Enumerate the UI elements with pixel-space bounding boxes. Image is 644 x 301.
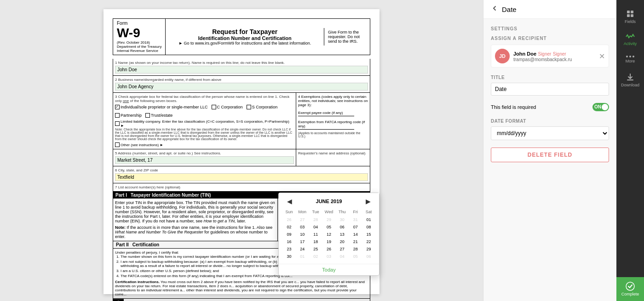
checkbox-individual[interactable]: Individual/sole proprietor or single-mem… bbox=[115, 105, 208, 109]
date-format-select[interactable]: mm/dd/yyyy dd/mm/yyyy yyyy/mm/dd bbox=[491, 126, 609, 140]
cal-day[interactable]: 01 bbox=[296, 253, 309, 260]
line1-value[interactable]: John Doe bbox=[115, 66, 368, 74]
sidebar-item-download[interactable]: Download bbox=[616, 68, 644, 92]
part1-title: Taxpayer Identification Number (TIN) bbox=[131, 193, 211, 198]
cal-day[interactable]: 18 bbox=[309, 238, 322, 245]
cal-day[interactable]: 27 bbox=[296, 216, 309, 223]
svg-rect-1 bbox=[631, 11, 633, 13]
trust-checkbox[interactable] bbox=[145, 113, 150, 118]
cal-day[interactable]: 01 bbox=[362, 216, 375, 223]
cal-day[interactable]: 26 bbox=[322, 245, 336, 253]
calendar-next-button[interactable]: ▶ bbox=[363, 197, 374, 206]
cal-day[interactable]: 17 bbox=[296, 238, 309, 245]
checkbox-other[interactable]: Other (see instructions) ► bbox=[115, 142, 294, 147]
delete-field-button[interactable]: DELETE FIELD bbox=[491, 148, 609, 162]
cal-day[interactable]: 20 bbox=[335, 238, 349, 245]
ccorp-checkbox[interactable] bbox=[212, 105, 216, 109]
cal-day[interactable]: 25 bbox=[309, 245, 322, 253]
cal-day[interactable]: 09 bbox=[282, 231, 296, 238]
sidebar-item-fields[interactable]: Fields bbox=[616, 5, 644, 28]
account-label: 7 List account number(s) here (optional) bbox=[115, 185, 368, 189]
cal-day[interactable]: 24 bbox=[296, 245, 309, 253]
cal-day[interactable]: 05 bbox=[322, 223, 336, 231]
exemption-fatca-label: Exemption from FATCA reporting code (if … bbox=[298, 120, 368, 128]
recipient-role: Signer bbox=[538, 51, 551, 57]
panel-header: Date bbox=[483, 0, 616, 19]
back-button[interactable] bbox=[491, 5, 498, 14]
cal-day[interactable]: 04 bbox=[335, 253, 349, 260]
required-text: This field is required bbox=[491, 104, 592, 110]
sidebar-item-activity[interactable]: Activity bbox=[616, 28, 644, 51]
checkbox-trust[interactable]: Trust/estate bbox=[145, 113, 172, 118]
svg-point-6 bbox=[632, 56, 634, 57]
line2-label: 2 Business name/disregarded entity name,… bbox=[115, 78, 368, 82]
cal-day[interactable]: 27 bbox=[335, 245, 349, 253]
llc-label: Limited liability company. Enter the tax… bbox=[121, 119, 294, 128]
cal-day[interactable]: 06 bbox=[335, 223, 349, 231]
cal-day[interactable]: 06 bbox=[362, 253, 375, 260]
cal-day[interactable]: 14 bbox=[349, 231, 362, 238]
complete-button[interactable]: Complete bbox=[616, 277, 644, 301]
calendar-today-link[interactable]: Today bbox=[322, 267, 335, 273]
svg-point-7 bbox=[626, 282, 634, 290]
checkbox-scorp[interactable]: S Corporation bbox=[247, 105, 278, 109]
cal-day[interactable]: 02 bbox=[282, 223, 296, 231]
cal-day[interactable]: 08 bbox=[362, 223, 375, 231]
sign-here-label: Sign Here bbox=[113, 299, 124, 301]
scorp-checkbox[interactable] bbox=[247, 105, 251, 109]
cal-day[interactable]: 30 bbox=[282, 253, 296, 260]
cal-day[interactable]: 19 bbox=[322, 238, 336, 245]
cal-day[interactable]: 11 bbox=[309, 231, 322, 238]
checkbox-partnership[interactable]: Partnership bbox=[115, 113, 142, 118]
cal-day[interactable]: 28 bbox=[309, 216, 322, 223]
form-line2: 2 Business name/disregarded entity name,… bbox=[113, 76, 370, 93]
sign-section: Sign Here U.S. person JD John Doe JD Dat… bbox=[113, 299, 370, 301]
form-line5: 5 Address (number, street, and apt. or s… bbox=[113, 149, 370, 166]
title-input[interactable] bbox=[491, 83, 609, 96]
cal-day[interactable]: 13 bbox=[335, 231, 349, 238]
city-value[interactable]: Textfield bbox=[115, 173, 368, 181]
calendar-today-row: Today bbox=[279, 264, 379, 275]
calendar-prev-button[interactable]: ◀ bbox=[284, 197, 295, 206]
day-sun: Sun bbox=[282, 210, 296, 214]
cal-day[interactable]: 10 bbox=[296, 231, 309, 238]
llc-checkbox[interactable] bbox=[115, 121, 120, 126]
cal-day[interactable]: 05 bbox=[349, 253, 362, 260]
cal-day[interactable]: 30 bbox=[335, 216, 349, 223]
sidebar-item-more[interactable]: More bbox=[616, 51, 644, 68]
form-irs: Internal Revenue Service bbox=[117, 49, 161, 53]
cal-day[interactable]: 26 bbox=[282, 216, 296, 223]
cal-day[interactable]: 16 bbox=[282, 238, 296, 245]
right-panel: Date SETTINGS ASSIGN A RECIPIENT JD John… bbox=[483, 0, 616, 301]
partnership-checkbox[interactable] bbox=[115, 113, 120, 118]
cal-day[interactable]: 03 bbox=[322, 253, 336, 260]
cal-day[interactable]: 29 bbox=[322, 216, 336, 223]
address-value[interactable]: Market Street, 17 bbox=[115, 156, 294, 164]
classification-right: 4 Exemptions (codes apply only to certai… bbox=[296, 93, 370, 149]
individual-checkbox[interactable] bbox=[115, 105, 120, 109]
line2-value[interactable]: John Doe Agency bbox=[115, 83, 368, 91]
other-checkbox[interactable] bbox=[115, 142, 120, 147]
document-area: Form W-9 (Rev. October 2018) Department … bbox=[0, 0, 483, 301]
individual-label: Individual/sole proprietor or single-mem… bbox=[121, 105, 208, 109]
cal-day[interactable]: 04 bbox=[309, 223, 322, 231]
checkbox-llc[interactable]: Limited liability company. Enter the tax… bbox=[115, 119, 294, 128]
form-dept: Department of the Treasury bbox=[117, 45, 161, 49]
cal-day[interactable]: 02 bbox=[309, 253, 322, 260]
cal-day[interactable]: 03 bbox=[296, 223, 309, 231]
day-tue: Tue bbox=[309, 210, 322, 214]
day-fri: Fri bbox=[349, 210, 362, 214]
cal-day[interactable]: 07 bbox=[349, 223, 362, 231]
cal-day[interactable]: 28 bbox=[349, 245, 362, 253]
cal-day[interactable]: 31 bbox=[349, 216, 362, 223]
cal-day[interactable]: 21 bbox=[349, 238, 362, 245]
cal-day[interactable]: 22 bbox=[362, 238, 375, 245]
cal-day[interactable]: 15 bbox=[362, 231, 375, 238]
required-toggle[interactable]: ON bbox=[592, 103, 609, 111]
cal-day[interactable]: 29 bbox=[362, 245, 375, 253]
remove-recipient-button[interactable]: ✕ bbox=[599, 52, 605, 61]
checkbox-ccorp[interactable]: C Corporation bbox=[212, 105, 243, 109]
sidebar: Fields Activity More Download Complete bbox=[616, 0, 644, 301]
cal-day[interactable]: 23 bbox=[282, 245, 296, 253]
cal-day[interactable]: 12 bbox=[322, 231, 336, 238]
